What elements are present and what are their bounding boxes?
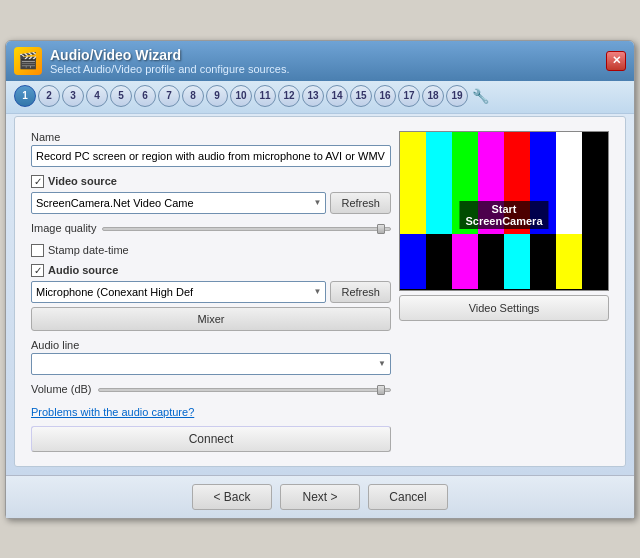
wizard-icon: 🎬	[14, 47, 42, 75]
volume-group: Volume (dB)	[31, 383, 391, 397]
title-bar: 🎬 Audio/Video Wizard Select Audio/Video …	[6, 41, 634, 81]
mixer-button[interactable]: Mixer	[31, 307, 391, 331]
title-bar-left: 🎬 Audio/Video Wizard Select Audio/Video …	[14, 47, 290, 75]
volume-thumb	[377, 385, 385, 395]
slider-thumb	[377, 224, 385, 234]
bot-bar-4	[478, 234, 504, 289]
content-area: Name Video source ScreenCamera.Net Video…	[23, 123, 617, 460]
main-window: 🎬 Audio/Video Wizard Select Audio/Video …	[5, 40, 635, 519]
step-tab-9[interactable]: 9	[206, 85, 228, 107]
step-tabs: 1 2 3 4 5 6 7 8 9 10 11 12 13 14 15 16 1…	[14, 85, 626, 107]
step-tab-5[interactable]: 5	[110, 85, 132, 107]
video-source-row: ScreenCamera.Net Video Came ▼ Refresh	[31, 192, 391, 214]
step-tab-2[interactable]: 2	[38, 85, 60, 107]
name-group: Name	[31, 131, 391, 167]
right-panel: Start ScreenCamera Video Settings	[399, 131, 609, 452]
stamp-datetime-label: Stamp date-time	[48, 244, 129, 256]
step-tab-3[interactable]: 3	[62, 85, 84, 107]
preview-overlay: Start ScreenCamera	[459, 201, 548, 229]
color-bars-bottom	[400, 234, 608, 289]
step-tab-17[interactable]: 17	[398, 85, 420, 107]
step-tab-4[interactable]: 4	[86, 85, 108, 107]
step-tab-6[interactable]: 6	[134, 85, 156, 107]
bar-2	[426, 132, 452, 235]
dropdown-arrow: ▼	[314, 198, 322, 207]
video-refresh-button[interactable]: Refresh	[330, 192, 391, 214]
audio-refresh-button[interactable]: Refresh	[330, 281, 391, 303]
audio-source-row: Microphone (Conexant High Def ▼ Refresh	[31, 281, 391, 303]
name-input[interactable]	[31, 145, 391, 167]
audio-source-checkbox[interactable]	[31, 264, 44, 277]
volume-row: Volume (dB)	[31, 383, 391, 397]
video-source-header: Video source	[31, 175, 391, 188]
connect-button[interactable]: Connect	[31, 426, 391, 452]
window-title: Audio/Video Wizard	[50, 47, 290, 63]
bot-bar-6	[530, 234, 556, 289]
name-label: Name	[31, 131, 391, 143]
video-settings-button[interactable]: Video Settings	[399, 295, 609, 321]
bot-bar-7	[556, 234, 582, 289]
video-source-checkbox[interactable]	[31, 175, 44, 188]
step-tab-11[interactable]: 11	[254, 85, 276, 107]
overlay-line2: ScreenCamera	[465, 215, 542, 227]
step-tab-13[interactable]: 13	[302, 85, 324, 107]
inner-box: Name Video source ScreenCamera.Net Video…	[14, 116, 626, 467]
step-tab-8[interactable]: 8	[182, 85, 204, 107]
volume-label: Volume (dB)	[31, 383, 92, 395]
video-source-dropdown[interactable]: ScreenCamera.Net Video Came ▼	[31, 192, 326, 214]
step-tab-14[interactable]: 14	[326, 85, 348, 107]
bot-bar-3	[452, 234, 478, 289]
video-source-group: Video source ScreenCamera.Net Video Came…	[31, 175, 391, 214]
step-tab-15[interactable]: 15	[350, 85, 372, 107]
audio-source-group: Audio source Microphone (Conexant High D…	[31, 264, 391, 331]
step-tab-19[interactable]: 19	[446, 85, 468, 107]
audio-source-dropdown[interactable]: Microphone (Conexant High Def ▼	[31, 281, 326, 303]
image-quality-slider[interactable]	[102, 227, 391, 231]
audio-source-label: Audio source	[48, 264, 118, 276]
audio-problem-link[interactable]: Problems with the audio capture?	[31, 406, 194, 418]
audio-dropdown-arrow: ▼	[314, 287, 322, 296]
step-tabs-area: 1 2 3 4 5 6 7 8 9 10 11 12 13 14 15 16 1…	[6, 81, 634, 114]
bar-1	[400, 132, 426, 235]
image-quality-label: Image quality	[31, 222, 96, 234]
step-tab-7[interactable]: 7	[158, 85, 180, 107]
cancel-button[interactable]: Cancel	[368, 484, 448, 510]
stamp-datetime-group: Stamp date-time	[31, 244, 391, 258]
audio-line-arrow: ▼	[378, 359, 386, 368]
bar-8	[582, 132, 608, 235]
video-source-value: ScreenCamera.Net Video Came	[36, 197, 194, 209]
footer: < Back Next > Cancel	[6, 475, 634, 518]
bot-bar-1	[400, 234, 426, 289]
back-button[interactable]: < Back	[192, 484, 272, 510]
audio-line-group: Audio line ▼	[31, 339, 391, 375]
video-preview: Start ScreenCamera	[399, 131, 609, 291]
step-tab-1[interactable]: 1	[14, 85, 36, 107]
step-tab-16[interactable]: 16	[374, 85, 396, 107]
close-button[interactable]: ✕	[606, 51, 626, 71]
bot-bar-2	[426, 234, 452, 289]
audio-line-dropdown[interactable]: ▼	[31, 353, 391, 375]
stamp-datetime-checkbox[interactable]	[31, 244, 44, 257]
left-panel: Name Video source ScreenCamera.Net Video…	[31, 131, 399, 452]
wrench-icon: 🔧	[472, 88, 489, 104]
step-tab-10[interactable]: 10	[230, 85, 252, 107]
step-tab-18[interactable]: 18	[422, 85, 444, 107]
video-source-label: Video source	[48, 175, 117, 187]
bot-bar-5	[504, 234, 530, 289]
bar-7	[556, 132, 582, 235]
next-button[interactable]: Next >	[280, 484, 360, 510]
volume-slider[interactable]	[98, 388, 391, 392]
bot-bar-8	[582, 234, 608, 289]
overlay-line1: Start	[465, 203, 542, 215]
image-quality-group: Image quality	[31, 222, 391, 236]
audio-line-label: Audio line	[31, 339, 391, 351]
audio-source-header: Audio source	[31, 264, 391, 277]
window-subtitle: Select Audio/Video profile and configure…	[50, 63, 290, 75]
step-tab-12[interactable]: 12	[278, 85, 300, 107]
title-text: Audio/Video Wizard Select Audio/Video pr…	[50, 47, 290, 75]
image-quality-row: Image quality	[31, 222, 391, 236]
audio-source-value: Microphone (Conexant High Def	[36, 286, 193, 298]
main-content: Name Video source ScreenCamera.Net Video…	[6, 114, 634, 475]
